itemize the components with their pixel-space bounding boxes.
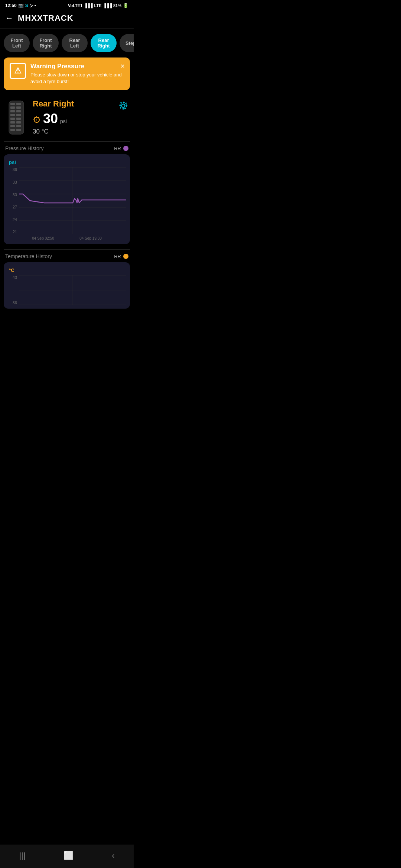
svg-rect-14 bbox=[16, 125, 21, 127]
pressure-legend-dot bbox=[123, 146, 128, 151]
pressure-legend-label: RR bbox=[114, 146, 121, 151]
tire-details: Rear Right ! 30 psi bbox=[33, 99, 113, 135]
tire-temperature: 30 °C bbox=[33, 128, 113, 135]
tab-front-left[interactable]: FrontLeft bbox=[4, 34, 30, 52]
play-icon: ▷ bbox=[30, 3, 33, 8]
svg-rect-8 bbox=[16, 114, 21, 116]
x-label-start: 04 Sep 02:50 bbox=[32, 236, 54, 240]
tab-stepney[interactable]: Stepney bbox=[120, 34, 134, 52]
page-title: MHXXTRACK bbox=[18, 13, 74, 23]
signal-label: VoLTE1 bbox=[68, 3, 82, 8]
tab-front-right[interactable]: FrontRight bbox=[33, 34, 59, 52]
tire-name: Rear Right bbox=[33, 99, 113, 109]
y-label-21: 21 bbox=[13, 230, 17, 234]
warning-title: Warning Pressure bbox=[30, 63, 125, 70]
temperature-chart-area: 40 36 bbox=[7, 275, 126, 305]
temperature-y-axis: 40 36 bbox=[7, 275, 19, 305]
svg-rect-2 bbox=[16, 103, 21, 105]
warning-banner: ⚠ Warning Pressure Please slow down or s… bbox=[4, 57, 130, 90]
svg-text:!: ! bbox=[36, 119, 37, 121]
svg-line-20 bbox=[38, 117, 39, 118]
pressure-history-label: Pressure History bbox=[5, 145, 43, 151]
camera-icon: 📷 bbox=[18, 3, 24, 8]
s-icon: S bbox=[25, 3, 28, 8]
warning-description: Please slow down or stop your vehicle an… bbox=[30, 72, 125, 85]
signal-bars-2: ▐▐▐ bbox=[103, 3, 112, 8]
pressure-history-legend: RR bbox=[114, 146, 128, 151]
temp-y-label-36: 36 bbox=[13, 300, 17, 305]
y-label-36: 36 bbox=[13, 167, 17, 172]
warning-triangle-icon: ⚠ bbox=[10, 63, 26, 79]
pressure-chart-svg-area bbox=[19, 167, 126, 234]
pressure-x-labels: 04 Sep 02:50 04 Sep 19:30 bbox=[7, 234, 126, 240]
svg-rect-7 bbox=[10, 114, 15, 116]
battery-icon: 🔋 bbox=[123, 3, 128, 8]
svg-rect-9 bbox=[10, 118, 15, 120]
pressure-chart-container: psi 36 33 30 27 24 21 bbox=[4, 154, 130, 244]
dot-icon: • bbox=[35, 3, 36, 8]
svg-rect-15 bbox=[10, 129, 15, 131]
pressure-history-header: Pressure History RR bbox=[4, 145, 130, 154]
pressure-chart-area: 36 33 30 27 24 21 bbox=[7, 167, 126, 234]
svg-rect-3 bbox=[10, 106, 15, 109]
svg-rect-5 bbox=[10, 110, 15, 112]
status-left: 12:50 📷 S ▷ • bbox=[5, 3, 36, 8]
x-label-end: 04 Sep 19:30 bbox=[79, 236, 102, 240]
y-label-27: 27 bbox=[13, 205, 17, 209]
temperature-history-legend: RR bbox=[114, 254, 128, 259]
lte-label: LTE bbox=[94, 3, 102, 8]
status-bar: 12:50 📷 S ▷ • VoLTE1 ▐▐▐ LTE ▐▐▐ 81% 🔋 bbox=[0, 0, 134, 10]
tire-pressure-row: ! 30 psi bbox=[33, 111, 113, 126]
svg-rect-4 bbox=[16, 106, 21, 109]
svg-rect-1 bbox=[10, 103, 15, 105]
temperature-legend-dot bbox=[123, 254, 128, 259]
svg-rect-13 bbox=[10, 125, 15, 127]
temperature-y-label: °C bbox=[7, 267, 126, 273]
divider-1 bbox=[4, 141, 130, 142]
y-label-24: 24 bbox=[13, 217, 17, 222]
pressure-icon: ! bbox=[33, 115, 41, 125]
y-label-33: 33 bbox=[13, 180, 17, 184]
warning-text-block: Warning Pressure Please slow down or sto… bbox=[30, 63, 125, 85]
tab-rear-left[interactable]: RearLeft bbox=[62, 34, 88, 52]
signal-bars-1: ▐▐▐ bbox=[84, 3, 92, 8]
pressure-history-section: Pressure History RR psi 36 33 30 27 24 2… bbox=[4, 145, 130, 244]
pressure-value: 30 bbox=[43, 111, 58, 126]
temperature-history-section: Temperature History RR °C 40 36 bbox=[4, 253, 130, 309]
pressure-y-label: psi bbox=[7, 160, 126, 165]
svg-rect-6 bbox=[16, 110, 21, 112]
warning-close-button[interactable]: × bbox=[120, 62, 125, 70]
settings-button[interactable] bbox=[118, 99, 128, 114]
pressure-y-axis: 36 33 30 27 24 21 bbox=[7, 167, 19, 234]
svg-rect-10 bbox=[16, 118, 21, 120]
temperature-history-label: Temperature History bbox=[5, 253, 52, 259]
back-button[interactable]: ← bbox=[5, 13, 13, 23]
divider-2 bbox=[4, 249, 130, 250]
status-right: VoLTE1 ▐▐▐ LTE ▐▐▐ 81% 🔋 bbox=[68, 3, 128, 8]
time-display: 12:50 bbox=[5, 3, 17, 8]
temperature-chart-container: °C 40 36 bbox=[4, 262, 130, 309]
header: ← MHXXTRACK bbox=[0, 10, 134, 29]
tire-image bbox=[5, 99, 27, 136]
tire-info-section: Rear Right ! 30 psi bbox=[0, 95, 134, 141]
pressure-unit: psi bbox=[60, 118, 67, 124]
svg-rect-16 bbox=[16, 129, 21, 131]
tabs-container: FrontLeft FrontRight RearLeft RearRight … bbox=[0, 29, 134, 57]
y-label-30: 30 bbox=[13, 193, 17, 197]
battery-percent: 81% bbox=[113, 3, 121, 8]
tab-rear-right[interactable]: RearRight bbox=[91, 34, 117, 52]
svg-rect-11 bbox=[10, 121, 15, 124]
svg-point-26 bbox=[122, 104, 125, 108]
temperature-history-header: Temperature History RR bbox=[4, 253, 130, 262]
svg-point-27 bbox=[120, 102, 127, 109]
svg-rect-12 bbox=[16, 121, 21, 124]
svg-line-19 bbox=[35, 117, 35, 118]
temperature-legend-label: RR bbox=[114, 254, 121, 259]
temp-y-label-40: 40 bbox=[13, 275, 17, 280]
temperature-chart-svg-area bbox=[19, 275, 126, 305]
